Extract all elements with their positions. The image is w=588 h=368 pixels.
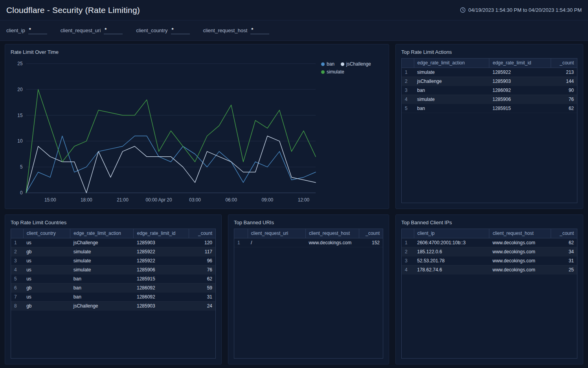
table-cell: www.decokings.com	[489, 256, 551, 265]
line-chart: 051015202515:0018:0021:0000:00 Apr 2003:…	[9, 59, 319, 205]
filter-client-country[interactable]: client_country *	[136, 27, 189, 34]
table-cell: us	[23, 256, 70, 265]
table-cell: 76	[551, 95, 577, 104]
index-column-header	[11, 229, 23, 238]
table-cell: 1285922	[134, 247, 189, 256]
filter-value-input[interactable]: *	[250, 27, 269, 34]
row-index: 4	[11, 265, 23, 274]
table-row[interactable]: 6gbban128609259	[11, 283, 215, 292]
row-index: 5	[11, 274, 23, 283]
table-cell: 1285903	[134, 301, 189, 310]
x-axis-label: 09:00	[262, 197, 274, 203]
column-header[interactable]: client_request_uri	[248, 229, 305, 238]
row-index: 2	[402, 77, 414, 86]
x-axis-label: 18:00	[81, 197, 92, 203]
filter-label: client_request_host	[203, 27, 248, 34]
filter-value-input[interactable]: *	[171, 27, 190, 34]
column-header[interactable]: _count	[551, 229, 577, 238]
column-header[interactable]: client_ip	[414, 229, 489, 238]
y-axis-label: 25	[17, 61, 22, 66]
table-row[interactable]: 4178.62.74.6www.decokings.com25	[402, 265, 577, 274]
table-row[interactable]: 3ban128609290	[402, 86, 577, 95]
index-column-header	[402, 59, 414, 68]
table-row[interactable]: 3ussimulate128592296	[11, 256, 215, 265]
column-header[interactable]: edge_rate_limit_id	[134, 229, 189, 238]
table-cell: www.decokings.com	[489, 265, 551, 274]
column-header[interactable]: _count	[359, 229, 383, 238]
panel-title: Top Rate Limit Countries	[5, 215, 221, 229]
column-header[interactable]: edge_rate_limit_action	[70, 229, 134, 238]
panel-top-rate-limit-actions: Top Rate Limit Actions edge_rate_limit_a…	[395, 44, 583, 209]
table-cell: 178.62.74.6	[414, 265, 489, 274]
filter-client-request-uri[interactable]: client_request_uri *	[61, 27, 123, 34]
row-index: 7	[11, 292, 23, 301]
column-header[interactable]: _count	[189, 229, 215, 238]
table-cell: 1285903	[134, 238, 189, 247]
legend-dot	[341, 62, 344, 66]
x-axis-label: 00:00 Apr 20	[146, 197, 172, 203]
table-cell: 1285915	[134, 274, 189, 283]
table-row[interactable]: 1simulate1285922213	[402, 68, 577, 77]
table-row[interactable]: 2gbsimulate1285922117	[11, 247, 215, 256]
table-row[interactable]: 7usban128609231	[11, 292, 215, 301]
table-cell: 120	[189, 238, 215, 247]
row-index: 1	[402, 238, 414, 247]
table-cell: 96	[189, 256, 215, 265]
time-range-picker[interactable]: 04/19/2023 1:54:30 PM to 04/20/2023 1:54…	[460, 7, 582, 13]
table-cell: 25	[551, 265, 577, 274]
legend-label: ban	[327, 61, 334, 67]
table-row[interactable]: 2jsChallenge1285903144	[402, 77, 577, 86]
row-index: 1	[11, 238, 23, 247]
column-header[interactable]: client_country	[23, 229, 70, 238]
table-cell: 213	[551, 68, 577, 77]
table-cell: 152	[359, 238, 383, 247]
banned-client-ips-table: client_ipclient_request_host_count12606:…	[402, 229, 577, 275]
table-cell: 1285922	[134, 256, 189, 265]
column-header[interactable]: edge_rate_limit_id	[489, 59, 551, 68]
legend-dot	[321, 62, 325, 66]
table-cell: simulate	[70, 256, 134, 265]
table-cell: jsChallenge	[70, 238, 134, 247]
table-row[interactable]: 8gbjsChallenge128590324	[11, 301, 215, 310]
table-row[interactable]: 1usjsChallenge1285903120	[11, 238, 215, 247]
table-cell: us	[23, 292, 70, 301]
time-range-label: 04/19/2023 1:54:30 PM to 04/20/2023 1:54…	[469, 7, 582, 13]
column-header[interactable]: _count	[551, 59, 577, 68]
panel-title: Top Banned Client IPs	[396, 215, 583, 229]
table-row[interactable]: 352.53.201.78www.decokings.com31	[402, 256, 577, 265]
table-row[interactable]: 4ussimulate128590676	[11, 265, 215, 274]
table-row[interactable]: 4simulate128590676	[402, 95, 577, 104]
panel-title: Top Rate Limit Actions	[396, 44, 583, 58]
panel-title: Rate Limit Over Time	[5, 44, 389, 58]
x-axis-label: 21:00	[117, 197, 129, 203]
legend-item-simulate[interactable]: simulate	[321, 69, 344, 75]
filter-value-input[interactable]: *	[104, 27, 123, 34]
table-row[interactable]: 5usban128591562	[11, 274, 215, 283]
column-header[interactable]: client_request_host	[305, 229, 359, 238]
table-cell: simulate	[70, 265, 134, 274]
table-cell: www.decokings.com	[305, 238, 359, 247]
table-row[interactable]: 5ban128591562	[402, 104, 577, 113]
table-cell: /	[248, 238, 305, 247]
y-axis-label: 0	[20, 190, 23, 196]
column-header[interactable]: client_request_host	[489, 229, 551, 238]
row-index: 5	[402, 104, 414, 113]
filter-client-ip[interactable]: client_ip *	[6, 27, 47, 34]
table-row[interactable]: 1/www.decokings.com152	[234, 238, 383, 247]
table-cell: www.decokings.com	[489, 247, 551, 256]
table-row[interactable]: 2185.122.0.6www.decokings.com34	[402, 247, 577, 256]
dashboard-content: Rate Limit Over Time 051015202515:0018:0…	[0, 41, 588, 368]
row-index: 6	[11, 283, 23, 292]
row-index: 4	[402, 95, 414, 104]
filter-client-request-host[interactable]: client_request_host *	[203, 27, 270, 34]
legend-item-ban[interactable]: ban	[321, 61, 334, 67]
column-header[interactable]: edge_rate_limit_action	[414, 59, 489, 68]
legend-item-jsChallenge[interactable]: jsChallenge	[341, 61, 371, 67]
table-cell: 24	[189, 301, 215, 310]
index-column-header	[402, 229, 414, 238]
y-axis-label: 5	[20, 164, 23, 170]
table-row[interactable]: 12606:4700:2001:10b::3www.decokings.com6…	[402, 238, 577, 247]
app-header: Cloudflare - Security (Rate Limiting) 04…	[0, 0, 588, 20]
filter-value-input[interactable]: *	[28, 27, 47, 34]
table-cell: ban	[70, 274, 134, 283]
